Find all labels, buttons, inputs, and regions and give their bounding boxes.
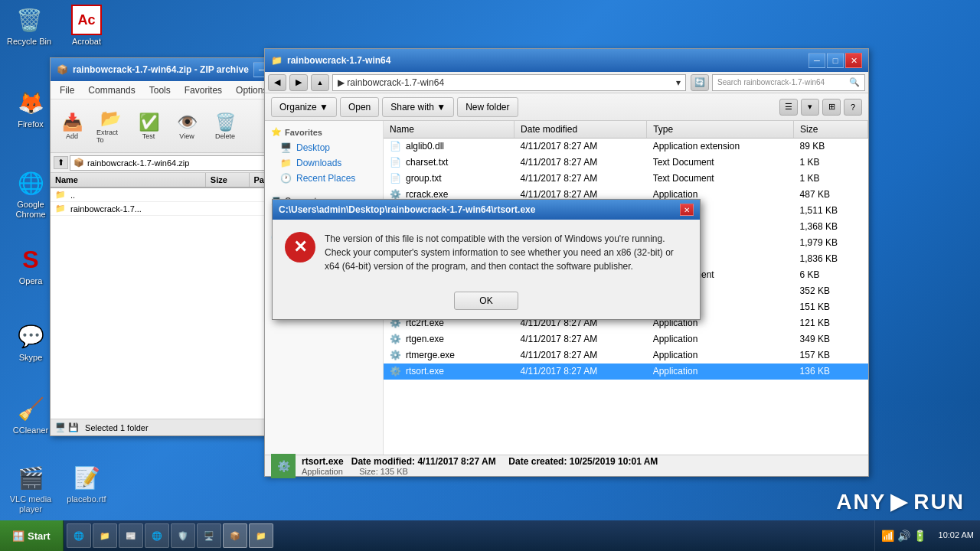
share-label: Share with ▼ — [390, 102, 446, 112]
col-name[interactable]: Name — [384, 121, 514, 139]
nav-desktop[interactable]: 🖥️ Desktop — [265, 140, 383, 155]
nav-downloads[interactable]: 📁 Downloads — [265, 155, 383, 171]
file-size: 136 KB — [794, 364, 868, 380]
table-row[interactable]: 📄 alglib0.dll 4/11/2017 8:27 AM Applicat… — [384, 139, 868, 155]
view-icons-btn[interactable]: ⊞ — [822, 99, 841, 116]
table-row[interactable]: ⚙️ rtsort.exe 4/11/2017 8:27 AM Applicat… — [384, 364, 868, 380]
explorer-controls: ─ □ ✕ — [808, 53, 862, 68]
taskbar-icon2[interactable]: 📁 — [93, 523, 117, 548]
share-with-button[interactable]: Share with ▼ — [382, 97, 454, 117]
winrar-view-btn[interactable]: 👁️ View — [168, 109, 205, 143]
view-options-btn[interactable]: ▾ — [801, 99, 819, 116]
taskbar-icon5[interactable]: 🛡️ — [171, 523, 195, 548]
winrar-delete-icon: 🗑️ — [215, 112, 236, 132]
file-type: Application — [647, 364, 794, 380]
explorer-maximize[interactable]: □ — [827, 53, 844, 68]
tray-network[interactable]: 📶 — [881, 530, 894, 542]
taskbar: 🪟 Start 🌐 📁 📰 🌐 🛡️ 🖥️ 📦 📁 📶 🔊 🔋 10:02 AM — [0, 520, 980, 551]
file-size: 1 KB — [794, 155, 868, 171]
tray-battery[interactable]: 🔋 — [913, 530, 926, 542]
explorer-minimize[interactable]: ─ — [808, 53, 825, 68]
error-dialog: C:\Users\admin\Desktop\rainbowcrack-1.7-… — [272, 199, 701, 320]
file-type: Text Document — [647, 171, 794, 187]
file-icon: ⚙️ — [390, 189, 401, 200]
system-clock[interactable]: 10:02 AM — [933, 530, 980, 541]
new-folder-label: New folder — [466, 102, 509, 112]
vlc-icon[interactable]: 🎬 VLC media player — [4, 459, 57, 517]
tray-volume[interactable]: 🔊 — [897, 530, 910, 542]
placebo-icon[interactable]: 📝 placebo.rtf — [60, 459, 113, 507]
winrar-col-size: Size — [205, 173, 249, 187]
back-button[interactable]: ◀ — [268, 74, 286, 91]
col-date[interactable]: Date modified — [514, 121, 647, 139]
winrar-add-btn[interactable]: 📥 Add — [54, 109, 90, 143]
ccleaner-label: CCleaner — [13, 425, 48, 435]
forward-button[interactable]: ▶ — [289, 74, 308, 91]
breadcrumb-dropdown[interactable]: ▾ — [676, 77, 681, 88]
winrar-menu-commands[interactable]: Commands — [82, 83, 141, 97]
file-date: 4/11/2017 8:27 AM — [514, 139, 647, 155]
new-folder-button[interactable]: New folder — [457, 97, 518, 117]
dialog-titlebar: C:\Users\admin\Desktop\rainbowcrack-1.7-… — [273, 200, 700, 220]
table-row[interactable]: ⚙️ rtgen.exe 4/11/2017 8:27 AM Applicati… — [384, 331, 868, 347]
table-header: Name Date modified Type Size — [384, 121, 868, 139]
dialog-close-btn[interactable]: ✕ — [680, 204, 694, 216]
file-size: 151 KB — [794, 299, 868, 315]
explorer-titlebar: 📁 rainbowcrack-1.7-win64 ─ □ ✕ — [265, 49, 868, 72]
acrobat-icon[interactable]: Ac Acrobat — [60, 2, 113, 50]
favorites-header[interactable]: ⭐ Favorites — [265, 124, 383, 140]
file-icon: ⚙️ — [390, 350, 401, 360]
file-name-cell: ⚙️ rtgen.exe — [384, 331, 514, 347]
file-name-cell: 📄 alglib0.dll — [384, 139, 514, 155]
view-list-btn[interactable]: ☰ — [779, 99, 798, 116]
organize-button[interactable]: Organize ▼ — [271, 97, 337, 117]
status-bar: ⚙️ rtsort.exe Date modified: 4/11/2017 8… — [265, 455, 868, 476]
taskbar-icon3[interactable]: 📰 — [119, 523, 143, 548]
file-name: group.txt — [406, 173, 442, 184]
status-info: rtsort.exe Date modified: 4/11/2017 8:27… — [302, 456, 658, 476]
nav-recent[interactable]: 🕐 Recent Places — [265, 171, 383, 186]
file-type: Text Document — [647, 155, 794, 171]
dialog-footer: OK — [273, 285, 700, 319]
vlc-label: VLC media player — [7, 494, 54, 514]
up-button[interactable]: ▲ — [311, 74, 329, 91]
table-row[interactable]: 📄 group.txt 4/11/2017 8:27 AM Text Docum… — [384, 171, 868, 187]
start-button[interactable]: 🪟 Start — [0, 520, 64, 551]
winrar-extract-btn[interactable]: 📂 Extract To — [92, 106, 129, 147]
col-size[interactable]: Size — [794, 121, 868, 139]
view-controls: ☰ ▾ ⊞ ? — [779, 99, 862, 116]
winrar-delete-btn[interactable]: 🗑️ Delete — [207, 109, 243, 143]
winrar-menu-favorites[interactable]: Favorites — [178, 83, 228, 97]
table-row[interactable]: 📄 charset.txt 4/11/2017 8:27 AM Text Doc… — [384, 155, 868, 171]
winrar-menu-file[interactable]: File — [54, 83, 80, 97]
open-button[interactable]: Open — [340, 97, 379, 117]
taskbar-winrar[interactable]: 📦 — [223, 523, 247, 548]
winrar-view-icon: 👁️ — [177, 112, 198, 132]
winrar-test-btn[interactable]: ✅ Test — [130, 109, 167, 143]
taskbar-explorer[interactable]: 📁 — [249, 523, 273, 548]
recycle-bin-icon[interactable]: 🗑️ Recycle Bin — [2, 2, 56, 50]
ok-button[interactable]: OK — [454, 292, 518, 310]
winrar-menu-tools[interactable]: Tools — [143, 83, 177, 97]
col-type[interactable]: Type — [647, 121, 794, 139]
table-row[interactable]: ⚙️ rtmerge.exe 4/11/2017 8:27 AM Applica… — [384, 347, 868, 364]
desktop: 🗑️ Recycle Bin Ac Acrobat 🦊 Firefox 🌐 Go… — [0, 0, 980, 551]
favorites-label: Favorites — [285, 128, 322, 137]
refresh-button[interactable]: 🔄 — [691, 74, 709, 91]
search-box[interactable]: Search rainbowcrack-1.7-win64 🔍 — [712, 74, 865, 91]
address-breadcrumb[interactable]: ▶ rainbowcrack-1.7-win64 ▾ — [332, 74, 686, 91]
winrar-task-icon: 📦 — [230, 531, 240, 541]
explorer-close[interactable]: ✕ — [845, 53, 862, 68]
taskbar-icon6[interactable]: 🖥️ — [197, 523, 221, 548]
file-name-cell: ⚙️ rtmerge.exe — [384, 347, 514, 364]
help-btn[interactable]: ? — [844, 99, 862, 116]
winrar-up-btn[interactable]: ⬆ — [54, 156, 68, 169]
file-size: 89 KB — [794, 139, 868, 155]
file-icon: 📄 — [390, 157, 401, 168]
search-icon[interactable]: 🔍 — [849, 77, 860, 87]
file-size: 6 KB — [794, 267, 868, 283]
taskbar-icon1[interactable]: 🌐 — [67, 523, 91, 548]
recent-nav-label: Recent Places — [296, 173, 355, 184]
anyrun-run: RUN — [913, 490, 965, 514]
taskbar-icon4[interactable]: 🌐 — [145, 523, 169, 548]
